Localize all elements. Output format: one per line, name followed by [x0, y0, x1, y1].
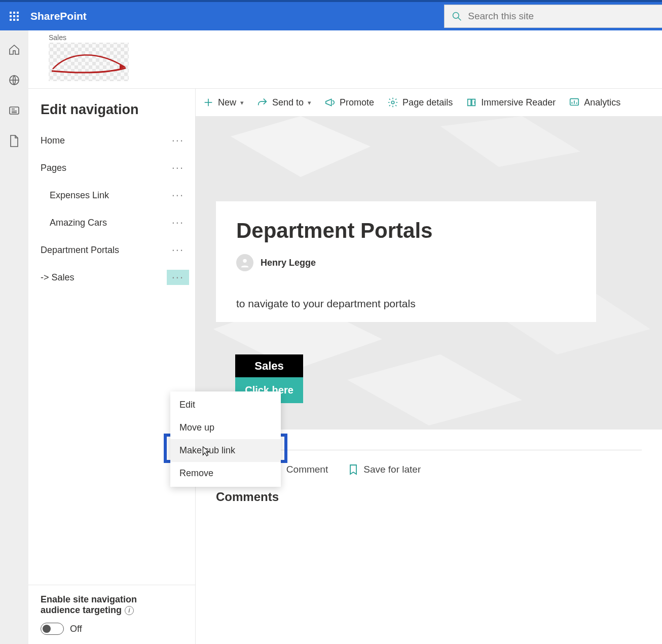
nav-item-expenses-link[interactable]: Expenses Link ··· [28, 182, 195, 209]
suite-bar: SharePoint [0, 0, 662, 30]
waffle-icon [9, 11, 19, 21]
rail-news-button[interactable] [7, 103, 21, 118]
more-icon[interactable]: ··· [167, 270, 189, 285]
svg-rect-6 [10, 19, 12, 21]
rail-home-button[interactable] [7, 43, 21, 57]
nav-item-label: Expenses Link [50, 190, 109, 201]
cmd-analytics-label: Analytics [584, 97, 620, 108]
megaphone-icon [324, 97, 336, 108]
svg-rect-3 [10, 15, 12, 17]
cmd-sendto-label: Send to [272, 97, 304, 108]
cmd-new[interactable]: New ▾ [203, 97, 244, 108]
ctx-move-up[interactable]: Move up [170, 416, 281, 439]
info-icon[interactable]: i [125, 606, 134, 615]
content-row: Edit navigation Home ··· Pages ··· Expen… [28, 89, 662, 644]
app-launcher-button[interactable] [0, 2, 28, 30]
chevron-down-icon: ▾ [240, 99, 244, 106]
avatar[interactable] [236, 254, 253, 271]
svg-line-10 [458, 18, 461, 21]
svg-point-9 [453, 13, 459, 19]
author-name[interactable]: Henry Legge [261, 258, 316, 268]
cmd-page-details[interactable]: Page details [387, 97, 453, 108]
news-icon [8, 104, 20, 117]
nav-list: Home ··· Pages ··· Expenses Link ··· Ama… [28, 127, 195, 585]
nav-item-department-portals[interactable]: Department Portals ··· [28, 236, 195, 264]
globe-icon [8, 74, 20, 86]
site-header: Sales [28, 30, 662, 89]
svg-rect-12 [10, 107, 19, 114]
comment-label: Comment [286, 464, 328, 475]
file-icon [9, 134, 20, 148]
page-title-card: Department Portals Henry Legge to naviga… [216, 201, 596, 322]
toggle-track [41, 623, 64, 635]
car-logo-icon [49, 43, 129, 81]
hero-banner: Department Portals Henry Legge to naviga… [196, 116, 662, 430]
svg-point-29 [243, 259, 246, 263]
svg-rect-2 [17, 12, 19, 14]
nav-item-home[interactable]: Home ··· [28, 127, 195, 154]
audience-targeting-label-1: Enable site navigation [41, 594, 183, 605]
bookmark-icon [348, 463, 358, 476]
nav-item-context-menu: Edit Move up Make sub link Remove [170, 391, 281, 487]
author-row: Henry Legge [236, 254, 576, 271]
main-column: New ▾ Send to ▾ Promote Page detail [196, 89, 662, 644]
ctx-edit[interactable]: Edit [170, 393, 281, 416]
share-icon [257, 97, 268, 108]
svg-rect-0 [10, 12, 12, 14]
rail-files-button[interactable] [7, 134, 21, 148]
brand-label[interactable]: SharePoint [28, 10, 87, 22]
analytics-icon [569, 97, 580, 108]
plus-icon [203, 97, 214, 108]
nav-item-amazing-cars[interactable]: Amazing Cars ··· [28, 209, 195, 236]
page-column: Sales Edit navigation Home ··· [28, 30, 662, 644]
site-breadcrumb[interactable]: Sales [49, 33, 653, 42]
search-wrap [444, 5, 662, 28]
cmd-pagedetails-label: Page details [402, 97, 453, 108]
cmd-immersive-reader[interactable]: Immersive Reader [466, 97, 556, 108]
nav-footer: Enable site navigation audience targetin… [28, 585, 195, 644]
site-logo[interactable] [49, 43, 129, 81]
page-title: Department Portals [236, 219, 576, 243]
cmd-analytics[interactable]: Analytics [569, 97, 620, 108]
svg-rect-8 [17, 19, 19, 21]
nav-item-label: Amazing Cars [50, 218, 107, 228]
command-bar: New ▾ Send to ▾ Promote Page detail [196, 89, 662, 116]
cmd-promote[interactable]: Promote [324, 97, 374, 108]
search-input[interactable] [468, 11, 655, 22]
more-icon[interactable]: ··· [167, 188, 189, 203]
more-icon[interactable]: ··· [167, 242, 189, 258]
svg-point-18 [391, 101, 394, 104]
left-rail [0, 30, 28, 644]
toggle-thumb [43, 625, 51, 633]
audience-targeting-toggle[interactable]: Off [41, 623, 183, 635]
nav-item-pages[interactable]: Pages ··· [28, 154, 195, 182]
save-button[interactable]: Save for later [348, 463, 421, 476]
edit-navigation-title: Edit navigation [28, 102, 195, 127]
search-box[interactable] [444, 5, 662, 28]
tile-caption: Sales [235, 354, 303, 378]
nav-item-label: Pages [41, 163, 66, 173]
more-icon[interactable]: ··· [167, 160, 189, 175]
home-icon [8, 44, 20, 56]
cmd-send-to[interactable]: Send to ▾ [257, 97, 311, 108]
audience-targeting-label-2: audience targeting i [41, 605, 183, 616]
person-icon [239, 257, 250, 268]
svg-rect-4 [13, 15, 15, 17]
nav-item-sales[interactable]: -> Sales ··· [28, 264, 195, 291]
cmd-immersive-label: Immersive Reader [481, 97, 556, 108]
search-icon [452, 11, 462, 22]
cmd-new-label: New [218, 97, 236, 108]
ctx-remove[interactable]: Remove [170, 462, 281, 485]
more-icon[interactable]: ··· [167, 133, 189, 148]
nav-item-label: Department Portals [41, 245, 119, 256]
ctx-make-sub-link[interactable]: Make sub link [170, 439, 281, 462]
reader-icon [466, 97, 477, 108]
more-icon[interactable]: ··· [167, 215, 189, 230]
audience-targeting-text: audience targeting [41, 605, 122, 616]
cmd-promote-label: Promote [340, 97, 374, 108]
gear-icon [387, 97, 398, 108]
rail-sites-button[interactable] [7, 73, 21, 87]
chevron-down-icon: ▾ [308, 99, 311, 106]
page-description: to navigate to your department portals [236, 298, 576, 310]
edit-navigation-pane: Edit navigation Home ··· Pages ··· Expen… [28, 89, 196, 644]
